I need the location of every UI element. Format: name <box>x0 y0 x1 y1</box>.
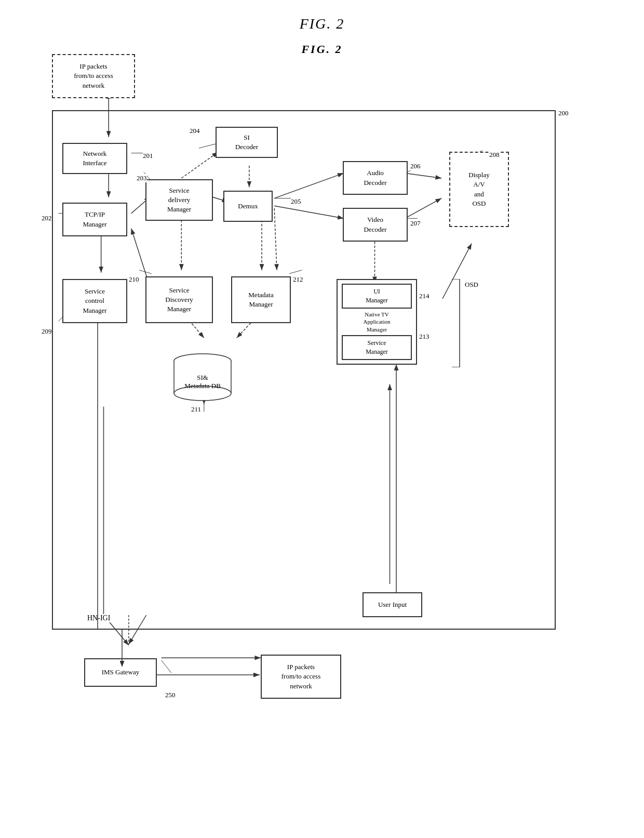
ref-211: 211 <box>191 405 201 414</box>
ref-202: 202 <box>42 214 52 222</box>
video-decoder-block: VideoDecoder <box>343 208 408 242</box>
osd-label: OSD <box>465 281 478 289</box>
native-tv-app-outer: UIManager Native TVApplicationManager Se… <box>337 279 417 365</box>
page-title: FIG. 2 <box>300 16 345 32</box>
si-decoder-block: SIDecoder <box>216 127 278 158</box>
service-manager-block: ServiceManager <box>342 335 412 360</box>
ref-212: 212 <box>293 275 303 284</box>
metadata-manager-block: MetadataManager <box>231 276 291 323</box>
ref-206: 206 <box>410 162 421 170</box>
native-tv-label: Native TVApplicationManager <box>338 310 416 334</box>
ip-packets-top-block: IP packetsfrom/to accessnetwork <box>52 54 135 98</box>
audio-decoder-block: AudioDecoder <box>343 161 408 195</box>
ref-208: 208 <box>489 151 500 159</box>
ref-201: 201 <box>143 152 153 160</box>
ui-manager-block: UIManager <box>342 284 412 309</box>
service-control-manager-block: ServicecontrolManager <box>62 279 127 323</box>
network-interface-block: NetworkInterface <box>62 143 127 174</box>
ref-205: 205 <box>291 197 301 206</box>
ref-203: 203 <box>137 174 147 182</box>
service-delivery-manager-block: ServicedeliveryManager <box>145 179 213 221</box>
ref-204: 204 <box>190 127 200 135</box>
demux-block: Demux <box>223 191 273 222</box>
ref-210: 210 <box>129 275 139 284</box>
ref-207: 207 <box>410 219 421 228</box>
ref-250: 250 <box>165 691 176 699</box>
service-discovery-manager-block: ServiceDiscoveryManager <box>145 276 213 323</box>
ip-packets-bottom-block: IP packetsfrom/to accessnetwork <box>261 655 341 699</box>
diagram: FIG. 2 IP packetsfrom/to accessnetwork 2… <box>36 43 608 796</box>
user-input-block: User Input <box>363 592 422 617</box>
tcpip-manager-block: TCP/IPManager <box>62 203 127 236</box>
display-av-block: DisplayA/VandOSD <box>449 152 509 227</box>
si-metadata-db-block: SI&Metadata DB <box>169 352 236 404</box>
ref-209: 209 <box>42 327 52 336</box>
ref-200: 200 <box>558 109 569 117</box>
